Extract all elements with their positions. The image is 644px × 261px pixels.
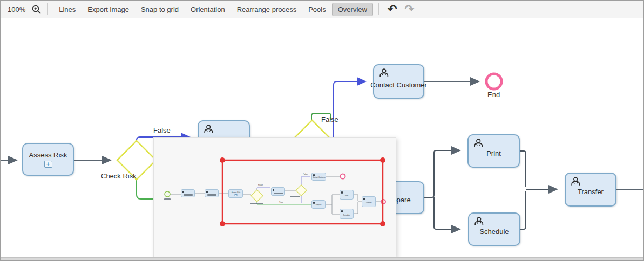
mini-user-icon [341, 191, 343, 194]
mini-edge-label-false-1: False [258, 183, 263, 186]
mini-user-icon [341, 210, 343, 212]
mini-user-icon [313, 174, 315, 176]
end-event-label: End [487, 91, 500, 99]
toolbar: 100% Lines Export image Snap to grid Ori… [1, 1, 643, 18]
mini-gateway-2 [296, 185, 307, 196]
mini-gateway2-label-bar [290, 196, 300, 197]
menu-item-overview[interactable]: Overview [332, 3, 373, 16]
mini-gateway-check-risk [251, 190, 263, 202]
task-transfer[interactable]: Transfer [565, 173, 616, 207]
mini-edge-label-false-2: False [303, 173, 308, 175]
mini-start-event [165, 191, 170, 197]
mini-task-1 [181, 189, 195, 197]
undo-icon[interactable]: ↶ [388, 4, 397, 14]
mini-task-label: Prepare [316, 204, 322, 206]
mini-label-bar [274, 193, 283, 194]
task-label: Print [486, 149, 501, 157]
toolbar-separator [47, 3, 48, 15]
mini-task-contact-customer: Contact Customer [311, 173, 326, 181]
diagram-canvas[interactable]: Assess Risk + Contact Customer Prepare P… [1, 18, 643, 257]
mini-user-icon [273, 189, 274, 191]
user-task-icon [472, 138, 483, 149]
mini-user-icon [206, 191, 208, 193]
mini-task-schedule: Schedule [340, 209, 354, 219]
gateway-label-check-risk: Check Risk [101, 172, 137, 180]
mini-user-icon [313, 202, 315, 204]
mini-task-label: Transfer [365, 202, 371, 204]
mini-task-print: Print [340, 190, 354, 200]
zoom-in-icon[interactable] [31, 4, 42, 15]
menu-item-snap-to-grid[interactable]: Snap to grid [135, 3, 185, 16]
task-schedule[interactable]: Schedule [468, 212, 520, 246]
task-print[interactable]: Print [467, 134, 520, 168]
mini-end-event-2 [381, 200, 385, 204]
task-label: Assess Risk [29, 151, 67, 159]
mini-gateway1-label-bar [250, 203, 263, 204]
process-editor-window: 100% Lines Export image Snap to grid Ori… [0, 0, 644, 261]
mini-task-label: Schedule [343, 214, 350, 216]
user-task-icon [570, 176, 580, 187]
user-task-icon [473, 216, 484, 227]
subprocess-expand-icon[interactable]: + [44, 161, 52, 168]
user-task-icon [202, 124, 213, 135]
task-contact-customer[interactable]: Contact Customer [373, 64, 424, 99]
end-event[interactable] [486, 74, 501, 89]
task-assess-risk[interactable]: Assess Risk + [22, 143, 74, 176]
mini-end-event-1 [341, 174, 345, 179]
task-label: Transfer [578, 188, 604, 196]
menu-item-rearrange-process[interactable]: Rearrange process [231, 3, 303, 16]
zoom-level: 100% [8, 5, 25, 13]
redo-icon[interactable]: ↷ [405, 4, 415, 14]
overview-panel[interactable]: Assess Risk Contact Customer Prepare Pri… [153, 137, 396, 257]
mini-label-bar [184, 194, 193, 196]
task-label: Contact Customer [370, 81, 427, 89]
menu-item-orientation[interactable]: Orientation [185, 3, 231, 16]
mini-task-prepare: Prepare [311, 200, 326, 209]
mini-task-2 [205, 189, 219, 197]
menu-item-lines[interactable]: Lines [53, 3, 82, 16]
edge-label-false-2: False [321, 115, 338, 123]
mini-task-label: Assess Risk [231, 191, 240, 194]
toolbar-separator [378, 3, 379, 15]
task-label: Schedule [479, 228, 509, 236]
user-task-icon [378, 68, 389, 79]
mini-subprocess-icon [234, 194, 237, 196]
mini-task-assess-risk: Assess Risk [228, 189, 243, 198]
mini-user-icon [182, 191, 184, 193]
mini-user-icon [363, 198, 365, 200]
mini-start-label-bar [164, 198, 171, 200]
mini-task-label: Print [345, 195, 348, 197]
edge-label-false-1: False [153, 126, 171, 134]
mini-task-transfer: Transfer [362, 196, 376, 207]
menu-item-export-image[interactable]: Export image [82, 3, 135, 16]
menu-item-pools[interactable]: Pools [302, 3, 332, 16]
mini-task-4 [271, 187, 285, 196]
horizontal-scrollbar[interactable] [1, 257, 643, 260]
mini-task-label: Contact Customer [312, 176, 325, 178]
mini-label-bar [207, 194, 216, 196]
mini-edge-label-true: True [279, 201, 283, 203]
